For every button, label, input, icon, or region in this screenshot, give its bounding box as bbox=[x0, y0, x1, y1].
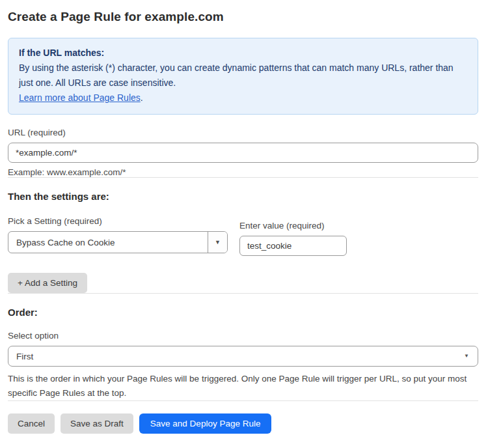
cancel-button[interactable]: Cancel bbox=[8, 413, 55, 434]
setting-select-caret-button[interactable]: ▼ bbox=[208, 232, 227, 253]
divider bbox=[8, 400, 478, 401]
link-period: . bbox=[141, 92, 143, 103]
footer-actions: Cancel Save as Draft Save and Deploy Pag… bbox=[8, 413, 478, 434]
enter-value-label: Enter value (required) bbox=[239, 221, 347, 231]
settings-section-heading: Then the settings are: bbox=[8, 191, 478, 202]
pick-setting-label: Pick a Setting (required) bbox=[8, 216, 228, 226]
page-title: Create a Page Rule for example.com bbox=[8, 10, 478, 24]
divider bbox=[8, 177, 478, 178]
info-box-heading: If the URL matches: bbox=[19, 46, 467, 61]
setting-value-input[interactable] bbox=[239, 236, 347, 256]
setting-select-value: Bypass Cache on Cookie bbox=[8, 232, 208, 253]
info-box-link-line: Learn more about Page Rules. bbox=[19, 91, 467, 105]
save-and-deploy-button[interactable]: Save and Deploy Page Rule bbox=[139, 413, 272, 434]
add-setting-button[interactable]: + Add a Setting bbox=[8, 273, 87, 293]
url-example-helper: Example: www.example.com/* bbox=[8, 167, 478, 177]
url-input[interactable] bbox=[8, 143, 478, 163]
save-as-draft-button[interactable]: Save as Draft bbox=[61, 413, 133, 434]
order-section-heading: Order: bbox=[8, 307, 478, 318]
create-page-rule-form: Create a Page Rule for example.com If th… bbox=[0, 0, 488, 434]
setting-picker-column: Pick a Setting (required) Bypass Cache o… bbox=[8, 216, 228, 253]
url-match-info-box: If the URL matches: By using the asteris… bbox=[8, 38, 478, 115]
setting-value-column: Enter value (required) bbox=[239, 221, 347, 256]
learn-more-page-rules-link[interactable]: Learn more about Page Rules bbox=[19, 92, 141, 103]
order-helper-text: This is the order in which your Page Rul… bbox=[8, 372, 478, 400]
url-label: URL (required) bbox=[8, 128, 478, 137]
order-select[interactable]: First ▼ bbox=[8, 346, 478, 367]
order-select-label: Select option bbox=[8, 331, 478, 341]
info-box-body: By using the asterisk (*) character, you… bbox=[19, 61, 467, 91]
order-select-value: First bbox=[16, 352, 33, 361]
caret-down-icon: ▼ bbox=[464, 354, 469, 359]
caret-down-icon: ▼ bbox=[215, 240, 221, 245]
divider bbox=[8, 293, 478, 294]
setting-row: Pick a Setting (required) Bypass Cache o… bbox=[8, 216, 478, 256]
setting-select[interactable]: Bypass Cache on Cookie ▼ bbox=[8, 231, 228, 253]
